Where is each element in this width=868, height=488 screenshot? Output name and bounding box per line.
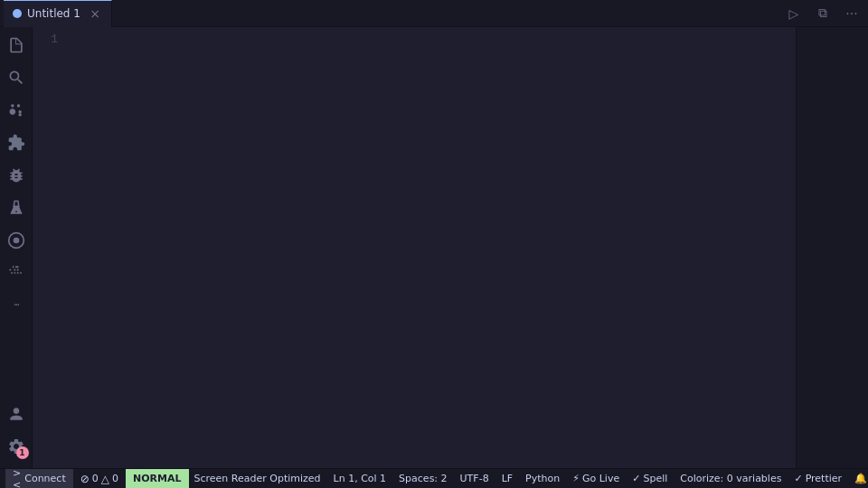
accounts-icon[interactable]: [2, 399, 31, 428]
language-status[interactable]: Python: [520, 469, 565, 489]
prettier-check-icon: ✓: [794, 473, 802, 484]
spell-label: Spell: [643, 473, 667, 484]
minimap: [796, 27, 868, 468]
run-button[interactable]: ▷: [781, 1, 807, 26]
files-icon[interactable]: [2, 31, 31, 60]
indentation-status[interactable]: Spaces: 2: [393, 469, 452, 489]
encoding-label: UTF-8: [460, 473, 489, 484]
eol-label: LF: [502, 473, 513, 484]
run-debug-icon[interactable]: [2, 161, 31, 190]
spaces-label: Spaces: 2: [399, 473, 447, 484]
screen-reader-status[interactable]: Screen Reader Optimized: [189, 469, 326, 489]
testing-icon[interactable]: [2, 193, 31, 222]
golive-icon: ⚡: [572, 473, 580, 484]
settings-badge: 1: [16, 446, 29, 459]
eol-status[interactable]: LF: [496, 469, 518, 489]
golive-status[interactable]: ⚡ Go Live: [567, 469, 625, 489]
title-bar: Untitled 1 × ▷ ⧉ ···: [0, 0, 868, 27]
title-bar-actions: ▷ ⧉ ···: [781, 1, 864, 26]
cursor-position-status[interactable]: Ln 1, Col 1: [328, 469, 392, 489]
remote-explorer-icon[interactable]: [2, 226, 31, 255]
source-control-icon[interactable]: [2, 96, 31, 125]
warning-icon: △: [101, 473, 109, 485]
position-label: Ln 1, Col 1: [334, 473, 387, 484]
screen-reader-label: Screen Reader Optimized: [194, 473, 321, 484]
error-icon: ⊘: [80, 473, 90, 485]
tab-title: Untitled 1: [27, 7, 80, 20]
svg-point-1: [13, 238, 19, 244]
error-count: 0: [92, 473, 99, 484]
notifications-button[interactable]: 🔔: [849, 469, 868, 489]
line-numbers: 1: [33, 27, 65, 468]
status-bar-left: >< Connect ⊘ 0 △ 0 -- NORMAL --: [5, 469, 189, 489]
line-number: 1: [33, 31, 58, 49]
language-label: Python: [525, 473, 560, 484]
warning-count: 0: [112, 473, 118, 484]
settings-icon[interactable]: 1: [2, 432, 31, 461]
activity-bar: ··· 1: [0, 27, 33, 468]
remote-icon: ><: [13, 467, 21, 489]
bell-icon: 🔔: [854, 473, 867, 484]
more-icon[interactable]: ···: [2, 291, 31, 320]
main-layout: ··· 1 1: [0, 27, 868, 468]
status-bar: >< Connect ⊘ 0 △ 0 -- NORMAL -- Screen R…: [0, 468, 868, 488]
prettier-label: Prettier: [806, 473, 842, 484]
spell-check-icon: ✓: [632, 473, 640, 484]
status-bar-right: Screen Reader Optimized Ln 1, Col 1 Spac…: [189, 469, 869, 489]
activity-bar-top: ···: [2, 31, 31, 399]
golive-label: Go Live: [582, 473, 619, 484]
errors-status[interactable]: ⊘ 0 △ 0: [75, 469, 124, 489]
remote-label: Connect: [24, 473, 65, 484]
editor-tab[interactable]: Untitled 1 ×: [4, 0, 112, 27]
encoding-status[interactable]: UTF-8: [455, 469, 495, 489]
docker-icon[interactable]: [2, 258, 31, 287]
tab-file-icon: [13, 9, 22, 18]
split-editor-button[interactable]: ⧉: [810, 1, 835, 26]
colorize-label: Colorize: 0 variables: [680, 473, 781, 484]
editor-text-area[interactable]: [65, 27, 796, 468]
editor-content[interactable]: 1: [33, 27, 868, 468]
remote-connect-button[interactable]: >< Connect: [5, 469, 73, 489]
colorize-status[interactable]: Colorize: 0 variables: [675, 469, 787, 489]
extensions-icon[interactable]: [2, 128, 31, 157]
vim-mode-indicator: -- NORMAL --: [126, 469, 189, 489]
search-icon[interactable]: [2, 63, 31, 92]
tab-close-button[interactable]: ×: [88, 6, 102, 21]
editor-area: 1: [33, 27, 868, 468]
more-actions-button[interactable]: ···: [839, 1, 864, 26]
prettier-status[interactable]: ✓ Prettier: [788, 469, 847, 489]
spell-status[interactable]: ✓ Spell: [627, 469, 673, 489]
activity-bar-bottom: 1: [2, 399, 31, 465]
